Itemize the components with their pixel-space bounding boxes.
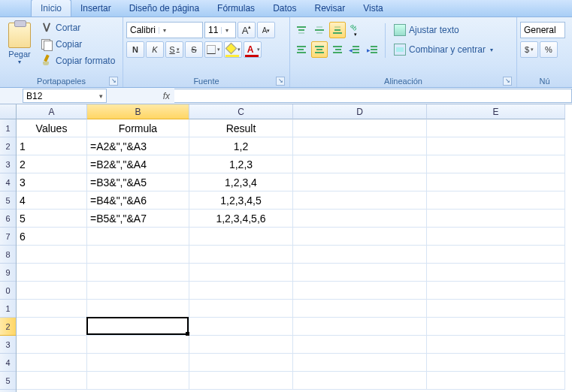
col-header-A[interactable]: A — [17, 104, 87, 119]
cell[interactable] — [427, 300, 565, 318]
cell[interactable] — [17, 336, 87, 354]
cell[interactable] — [293, 372, 427, 390]
row-header[interactable]: 9 — [0, 264, 16, 282]
cell[interactable] — [427, 318, 565, 336]
cell[interactable] — [87, 372, 189, 390]
cell[interactable] — [87, 228, 189, 246]
font-launcher[interactable]: ↘ — [276, 77, 285, 86]
italic-button[interactable]: K — [146, 41, 164, 58]
row-header[interactable]: 5 — [0, 191, 16, 210]
cell[interactable]: =A2&","&A3 — [87, 137, 189, 155]
cell[interactable]: 6 — [17, 228, 87, 246]
cell[interactable] — [427, 119, 565, 137]
tab-formulas[interactable]: Fórmulas — [208, 0, 264, 17]
cell[interactable] — [189, 318, 293, 336]
wrap-text-button[interactable]: Ajustar texto — [389, 22, 498, 38]
paste-button[interactable]: Pegar ▾ — [3, 19, 36, 71]
cell[interactable] — [87, 264, 189, 282]
row-header[interactable]: 2 — [0, 318, 16, 336]
strike-button[interactable]: S — [185, 41, 203, 58]
cell[interactable] — [189, 372, 293, 390]
align-bottom-button[interactable] — [329, 22, 346, 38]
borders-button[interactable] — [204, 41, 222, 58]
cell[interactable]: 1,2,3,4 — [189, 173, 293, 191]
cell[interactable] — [189, 246, 293, 264]
grow-font-button[interactable]: A▴ — [238, 22, 256, 38]
cell[interactable]: 1,2,3 — [189, 155, 293, 173]
cell[interactable] — [427, 155, 565, 173]
cell[interactable] — [293, 210, 427, 228]
cell[interactable] — [293, 300, 427, 318]
cell[interactable]: =B5&","&A7 — [87, 210, 189, 228]
cell[interactable] — [427, 372, 565, 390]
cell[interactable]: 2 — [17, 155, 87, 173]
cell[interactable] — [17, 282, 87, 300]
cell[interactable] — [87, 318, 189, 336]
cell[interactable]: 1 — [17, 137, 87, 155]
tab-vista[interactable]: Vista — [354, 0, 392, 17]
cell[interactable] — [427, 137, 565, 155]
row-header[interactable]: 7 — [0, 228, 16, 246]
cell[interactable]: Result — [189, 119, 293, 137]
cut-button[interactable]: Cortar — [38, 20, 118, 35]
row-header[interactable]: 3 — [0, 336, 16, 354]
cell[interactable] — [189, 336, 293, 354]
font-size-combo[interactable]: 11 ▾ — [204, 22, 236, 38]
cell[interactable] — [293, 155, 427, 173]
row-header[interactable]: 3 — [0, 155, 16, 173]
cell[interactable] — [293, 173, 427, 191]
row-header[interactable]: 1 — [0, 119, 16, 137]
cell[interactable]: Formula — [87, 119, 189, 137]
tab-inicio[interactable]: Inicio — [31, 0, 71, 17]
cell[interactable] — [189, 354, 293, 372]
cell[interactable] — [189, 282, 293, 300]
row-header[interactable]: 6 — [0, 210, 16, 228]
cell[interactable] — [87, 300, 189, 318]
cell[interactable]: 3 — [17, 173, 87, 191]
row-header[interactable]: 8 — [0, 246, 16, 264]
font-name-combo[interactable]: Calibri ▾ — [126, 22, 203, 38]
select-all-corner[interactable] — [0, 104, 16, 119]
cell[interactable] — [293, 137, 427, 155]
cell[interactable] — [17, 318, 87, 336]
align-left-button[interactable] — [293, 41, 310, 58]
formula-bar[interactable] — [174, 89, 572, 103]
increase-indent-button[interactable] — [365, 41, 382, 58]
cell[interactable] — [293, 282, 427, 300]
cell[interactable] — [17, 372, 87, 390]
orientation-button[interactable]: ▾ — [347, 22, 364, 38]
cell[interactable] — [427, 228, 565, 246]
tab-diseno[interactable]: Diseño de página — [120, 0, 208, 17]
name-box[interactable]: B12 ▾ — [23, 89, 107, 103]
fx-icon[interactable]: fx — [163, 91, 170, 101]
underline-button[interactable]: S — [165, 41, 183, 58]
font-color-button[interactable]: A — [244, 41, 262, 58]
format-painter-button[interactable]: Copiar formato — [38, 53, 118, 68]
col-header-E[interactable]: E — [427, 104, 565, 119]
currency-button[interactable]: $ — [520, 41, 538, 58]
cell[interactable] — [17, 300, 87, 318]
bold-button[interactable]: N — [126, 41, 144, 58]
align-right-button[interactable] — [329, 41, 346, 58]
cell[interactable]: =B4&","&A6 — [87, 191, 189, 210]
row-header[interactable]: 1 — [0, 300, 16, 318]
clipboard-launcher[interactable]: ↘ — [109, 77, 118, 86]
cell[interactable] — [427, 336, 565, 354]
cell[interactable] — [17, 246, 87, 264]
cell[interactable] — [87, 336, 189, 354]
cell[interactable]: 5 — [17, 210, 87, 228]
decrease-indent-button[interactable] — [347, 41, 364, 58]
cell[interactable] — [293, 228, 427, 246]
cell[interactable]: 1,2 — [189, 137, 293, 155]
shrink-font-button[interactable]: A▾ — [257, 22, 275, 38]
fill-color-button[interactable] — [224, 41, 242, 58]
cell[interactable]: =B2&","&A4 — [87, 155, 189, 173]
cell[interactable]: 4 — [17, 191, 87, 210]
cell[interactable] — [427, 210, 565, 228]
row-header[interactable]: 0 — [0, 282, 16, 300]
percent-button[interactable]: % — [540, 41, 558, 58]
cell[interactable] — [189, 300, 293, 318]
align-top-button[interactable] — [293, 22, 310, 38]
cell[interactable]: 1,2,3,4,5,6 — [189, 210, 293, 228]
cell[interactable] — [17, 354, 87, 372]
